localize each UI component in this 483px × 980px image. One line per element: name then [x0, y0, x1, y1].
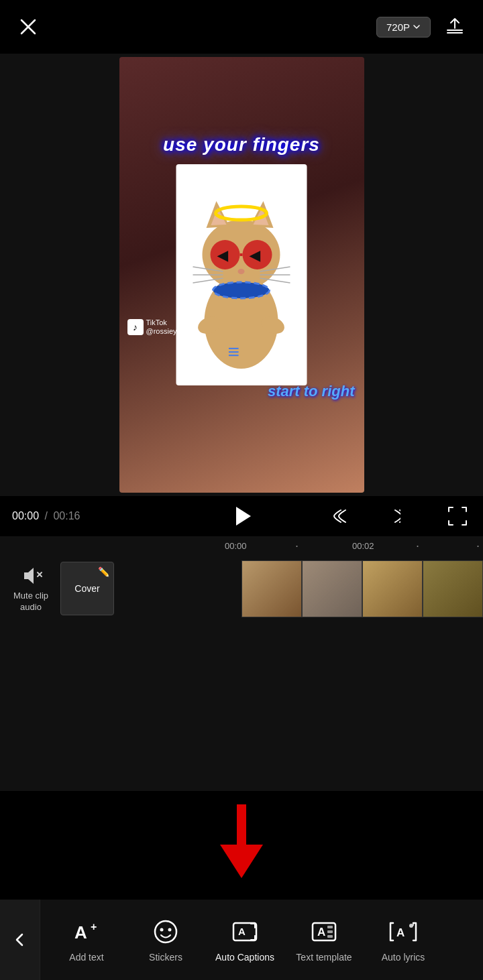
cover-thumbnail[interactable]: ✏️ Cover: [60, 562, 114, 615]
timestamp-start: 00:00: [225, 541, 247, 551]
cat-image-container: ◀ ◀ ≡: [176, 164, 307, 385]
mute-clip-button[interactable]: Mute clip audio: [13, 564, 48, 613]
thumb-3: [362, 560, 423, 617]
timeline-timestamps: 00:00 00:02 · · ·: [0, 536, 483, 555]
controls-bar: 00:00 / 00:16: [0, 496, 483, 536]
video-text-bottom: start to right: [268, 383, 355, 400]
toolbar-item-stickers[interactable]: Stickers: [126, 900, 205, 980]
tiktok-watermark: ♪ TikTok @rossieyace: [127, 318, 189, 336]
thumb-1: [241, 560, 302, 617]
toolbar-item-auto-lyrics[interactable]: A Auto lyrics: [364, 900, 443, 980]
svg-text:A: A: [238, 926, 246, 937]
edit-icon: ✏️: [98, 566, 109, 577]
svg-text:◀: ◀: [217, 248, 229, 263]
svg-rect-42: [327, 935, 333, 938]
mute-label: Mute clip audio: [13, 591, 48, 613]
play-button[interactable]: [227, 501, 256, 531]
text-plus-icon: A +: [72, 917, 101, 946]
svg-rect-2: [447, 29, 463, 31]
svg-rect-40: [327, 926, 333, 928]
bottom-toolbar: A + Add text Stickers: [0, 900, 483, 980]
text-template-label: Text template: [296, 952, 352, 963]
svg-text:◀: ◀: [249, 248, 261, 263]
rewind-button[interactable]: [329, 503, 356, 530]
export-button[interactable]: [440, 12, 470, 42]
video-preview: use your fingers: [0, 54, 483, 496]
arrow-indicator: [215, 804, 268, 894]
toolbar-item-text-template[interactable]: A Text template: [284, 900, 364, 980]
undo-button[interactable]: [376, 503, 402, 530]
svg-text:A: A: [396, 926, 405, 939]
cover-label: Cover: [74, 583, 99, 594]
video-background: use your fingers: [119, 57, 364, 493]
svg-rect-41: [327, 930, 333, 933]
svg-text:A: A: [74, 922, 87, 942]
video-frame: use your fingers: [119, 57, 364, 493]
close-button[interactable]: [13, 12, 43, 42]
tiktok-brand-text: TikTok @rossieyace: [146, 318, 189, 336]
thumb-2: [302, 560, 362, 617]
svg-text:+: +: [91, 921, 97, 932]
timeline-tracks: Mute clip audio ✏️ Cover +: [0, 555, 483, 622]
auto-captions-label: Auto Captions: [215, 952, 274, 963]
svg-point-16: [238, 269, 245, 274]
toolbar-item-add-text[interactable]: A + Add text: [47, 900, 126, 980]
timestamp-mid: 00:02: [352, 541, 374, 551]
time-display: 00:00 / 00:16: [12, 510, 80, 522]
svg-rect-3: [447, 32, 463, 34]
add-text-label: Add text: [69, 952, 103, 963]
current-time: 00:00: [12, 510, 39, 522]
time-separator: /: [45, 510, 48, 522]
timeline-area: 00:00 00:02 · · · Mute clip audio ✏️ Cov…: [0, 536, 483, 791]
sticker-icon: [151, 917, 180, 946]
svg-point-44: [409, 924, 413, 928]
toolbar-items: A + Add text Stickers: [40, 900, 483, 980]
svg-text:A: A: [317, 926, 325, 938]
svg-point-33: [155, 921, 176, 942]
down-arrow-icon: [215, 804, 268, 894]
auto-captions-icon: A: [230, 917, 260, 946]
toolbar-item-auto-captions[interactable]: A Auto Captions: [205, 900, 284, 980]
back-button[interactable]: [0, 900, 40, 980]
top-bar: 720P: [0, 0, 483, 54]
text-template-icon: A: [309, 917, 339, 946]
svg-marker-28: [236, 507, 251, 526]
stickers-label: Stickers: [149, 952, 182, 963]
svg-text:≡: ≡: [228, 341, 240, 363]
tiktok-icon: ♪: [127, 319, 144, 335]
resolution-label: 720P: [386, 21, 410, 33]
video-thumbnails: +: [241, 560, 483, 617]
auto-lyrics-label: Auto lyrics: [382, 952, 425, 963]
cat-illustration: ◀ ◀ ≡: [180, 168, 304, 382]
resolution-button[interactable]: 720P: [376, 17, 431, 38]
top-right-controls: 720P: [376, 12, 470, 42]
svg-point-34: [160, 928, 164, 932]
svg-point-35: [168, 928, 172, 932]
left-controls: Mute clip audio ✏️ Cover: [0, 562, 241, 615]
video-text-top: use your fingers: [163, 134, 320, 156]
fullscreen-button[interactable]: [444, 503, 471, 530]
total-time: 00:16: [53, 510, 80, 522]
thumb-4: [423, 560, 483, 617]
auto-lyrics-icon: A: [388, 917, 418, 946]
